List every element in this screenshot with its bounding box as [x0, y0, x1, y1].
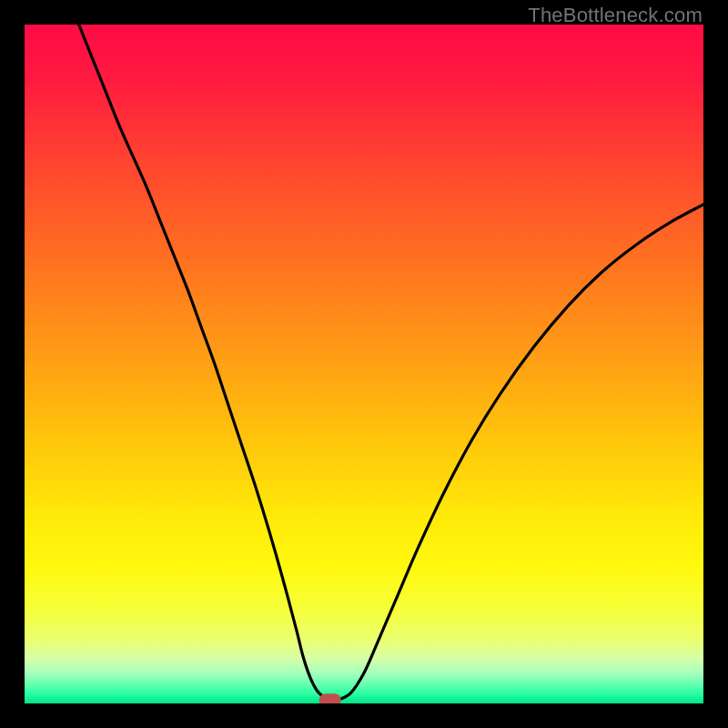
optimal-point-marker: [319, 693, 341, 703]
chart-frame: TheBottleneck.com: [0, 0, 728, 728]
plot-area: [25, 25, 703, 703]
gradient-background: [25, 25, 703, 703]
watermark-text: TheBottleneck.com: [528, 4, 703, 27]
bottleneck-chart: [25, 25, 703, 703]
